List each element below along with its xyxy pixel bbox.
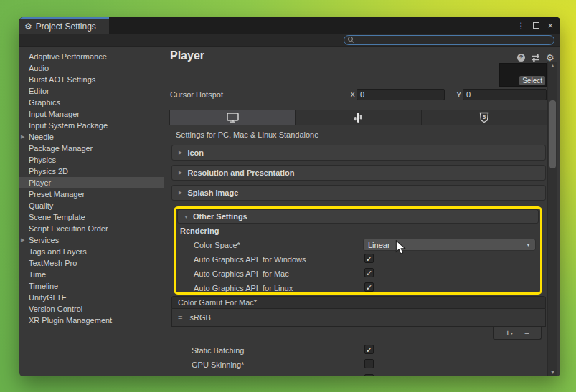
check-icon: ✓ — [366, 345, 372, 354]
search-input[interactable] — [357, 36, 550, 44]
gpu-skinning-checkbox[interactable] — [364, 359, 374, 368]
color-space-label: Color Space* — [194, 241, 240, 249]
sidebar-item-input-manager[interactable]: Input Manager — [19, 108, 164, 120]
hotspot-x-input[interactable]: 0 — [357, 89, 445, 100]
add-button[interactable]: +▾ — [505, 329, 513, 338]
foldout-icon: ▶ — [179, 150, 182, 156]
help-icon[interactable]: ? — [517, 54, 525, 62]
sidebar-item-physics-2d[interactable]: Physics 2D — [19, 166, 164, 177]
settings-for-label: Settings for PC, Mac & Linux Standalone — [176, 130, 318, 139]
sidebar-item-package-manager[interactable]: Package Manager — [19, 143, 164, 154]
gamut-item-srgb[interactable]: sRGB — [189, 313, 210, 322]
sidebar-item-xr-plugin-management[interactable]: XR Plugin Management — [19, 315, 164, 326]
section-resolution-presentation[interactable]: ▶ Resolution and Presentation — [171, 165, 546, 181]
close-icon[interactable]: × — [547, 21, 553, 30]
monitor-icon — [227, 113, 239, 123]
hotspot-y-label: Y — [456, 90, 461, 99]
sidebar-item-audio[interactable]: Audio — [19, 62, 164, 74]
sidebar-item-quality[interactable]: Quality — [19, 200, 164, 211]
sidebar-item-player[interactable]: Player — [19, 177, 164, 188]
sidebar-item-label: Needle — [29, 133, 54, 141]
auto-graphics-api-for-linux-checkbox[interactable]: ✓ — [364, 282, 374, 292]
foldout-icon[interactable]: ▶ — [21, 234, 24, 246]
sidebar-item-label: Input Manager — [29, 110, 80, 118]
color-gamut-header: Color Gamut For Mac* — [171, 296, 546, 309]
content: Adaptive PerformanceAudioBurst AOT Setti… — [19, 47, 560, 376]
sidebar-item-script-execution-order[interactable]: Script Execution Order — [19, 223, 164, 234]
search-icon — [348, 37, 354, 43]
search-box[interactable] — [344, 35, 554, 45]
sidebar-item-editor[interactable]: Editor — [19, 85, 164, 97]
sidebar-item-input-system-package[interactable]: Input System Package — [19, 120, 164, 131]
other-settings-highlight: ▼ Other Settings Rendering Color Space* … — [174, 206, 542, 295]
toolbar — [19, 34, 560, 47]
scroll-down-icon[interactable]: ▼ — [548, 370, 557, 375]
checkbox-partial[interactable] — [364, 374, 374, 376]
sidebar-item-label: Adaptive Performance — [29, 52, 107, 61]
sidebar-item-preset-manager[interactable]: Preset Manager — [19, 188, 164, 200]
section-other-settings[interactable]: ▼ Other Settings — [177, 209, 539, 224]
section-icon[interactable]: ▶ Icon — [171, 145, 546, 161]
check-icon: ✓ — [366, 254, 372, 263]
gear-icon: ⚙ — [24, 22, 32, 31]
svg-text:5: 5 — [483, 114, 486, 120]
sidebar-item-tags-and-layers[interactable]: Tags and Layers — [19, 246, 164, 257]
window-menu-icon[interactable]: ⋮ — [516, 21, 525, 30]
maximize-icon[interactable] — [533, 22, 539, 29]
foldout-icon: ▶ — [179, 170, 182, 176]
default-cursor-preview[interactable]: Select — [499, 63, 547, 87]
sidebar-item-burst-aot-settings[interactable]: Burst AOT Settings — [19, 74, 164, 85]
scrollbar-thumb[interactable] — [549, 100, 556, 168]
window-tab-project-settings[interactable]: ⚙ Project Settings — [19, 17, 109, 34]
sidebar-item-label: Timeline — [29, 282, 58, 290]
color-gamut-list: =sRGB — [171, 309, 546, 327]
mouse-cursor — [395, 240, 406, 255]
presets-icon[interactable] — [531, 54, 540, 62]
auto-graphics-api-for-windows-label: Auto Graphics API for Windows — [194, 255, 306, 264]
sidebar-item-time[interactable]: Time — [19, 269, 164, 280]
sidebar-item-scene-template[interactable]: Scene Template — [19, 211, 164, 223]
sidebar-item-label: Tags and Layers — [29, 247, 87, 256]
sidebar-item-version-control[interactable]: Version Control — [19, 303, 164, 315]
select-button[interactable]: Select — [519, 76, 545, 85]
platform-tab-standalone[interactable] — [170, 110, 296, 125]
settings-sidebar: Adaptive PerformanceAudioBurst AOT Setti… — [19, 47, 164, 376]
color-space-dropdown[interactable]: Linear ▼ — [363, 239, 536, 251]
platform-tab-webgl[interactable]: 5 — [422, 110, 547, 125]
sidebar-item-adaptive-performance[interactable]: Adaptive Performance — [19, 51, 164, 62]
platform-tab-needle[interactable] — [296, 110, 421, 125]
static-batching-checkbox[interactable]: ✓ — [364, 345, 374, 354]
sidebar-item-label: Input System Package — [29, 121, 108, 130]
sidebar-item-label: XR Plugin Management — [29, 316, 112, 325]
remove-button[interactable]: − — [524, 329, 529, 338]
sidebar-item-label: Package Manager — [29, 144, 93, 153]
hotspot-y-input[interactable]: 0 — [463, 89, 547, 100]
rendering-subheader: Rendering — [180, 226, 219, 235]
hotspot-x-label: X — [350, 90, 355, 99]
scrollbar-vertical[interactable]: ▲ ▼ — [547, 62, 557, 376]
sidebar-item-graphics[interactable]: Graphics — [19, 97, 164, 108]
sidebar-item-services[interactable]: ▶Services — [19, 234, 164, 246]
sidebar-item-label: UnityGLTF — [29, 293, 66, 302]
auto-graphics-api-for-windows-checkbox[interactable]: ✓ — [364, 254, 374, 263]
sidebar-item-label: Physics 2D — [29, 167, 68, 176]
webgl-shield-icon: 5 — [479, 112, 489, 123]
sidebar-item-textmesh-pro[interactable]: TextMesh Pro — [19, 257, 164, 269]
sidebar-item-timeline[interactable]: Timeline — [19, 280, 164, 292]
sidebar-item-label: Preset Manager — [29, 190, 85, 199]
auto-graphics-api-for-mac-checkbox[interactable]: ✓ — [364, 268, 374, 277]
title-bar[interactable]: ⚙ Project Settings ⋮ × — [19, 17, 560, 34]
check-icon: ✓ — [366, 269, 372, 277]
section-splash-image[interactable]: ▶ Splash Image — [171, 185, 546, 201]
static-batching-label: Static Batching — [192, 346, 244, 355]
chevron-down-icon: ▼ — [526, 242, 531, 247]
sidebar-item-physics[interactable]: Physics — [19, 154, 164, 166]
check-icon: ✓ — [366, 283, 372, 292]
sidebar-item-label: Editor — [29, 87, 49, 95]
sidebar-item-unitygltf[interactable]: UnityGLTF — [19, 292, 164, 303]
foldout-icon[interactable]: ▶ — [21, 131, 24, 143]
sidebar-item-label: TextMesh Pro — [29, 259, 77, 267]
scroll-up-icon[interactable]: ▲ — [548, 63, 557, 68]
drag-handle-icon[interactable]: = — [178, 313, 182, 322]
sidebar-item-needle[interactable]: ▶Needle — [19, 131, 164, 143]
